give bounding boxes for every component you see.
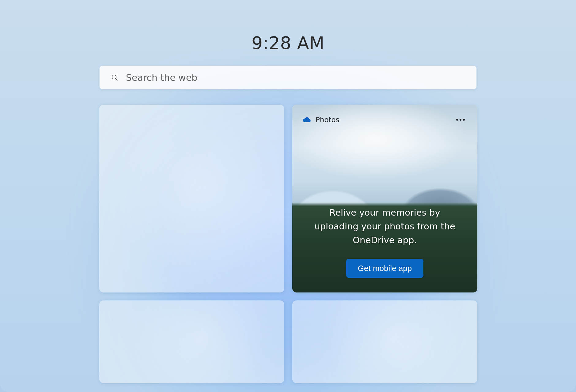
clock-time: 9:28 AM — [99, 33, 477, 53]
onedrive-icon — [303, 117, 311, 123]
svg-line-1 — [116, 79, 117, 80]
widget-placeholder[interactable] — [292, 300, 477, 383]
photos-widget-title: Photos — [316, 116, 339, 124]
photos-widget[interactable]: Photos Relive your memories by uploading… — [292, 105, 477, 292]
widget-placeholder[interactable] — [99, 105, 284, 292]
search-input[interactable]: Search the web — [99, 66, 477, 89]
widgets-grid: Photos Relive your memories by uploading… — [99, 105, 477, 392]
search-placeholder: Search the web — [126, 72, 197, 83]
get-mobile-app-button[interactable]: Get mobile app — [346, 259, 423, 278]
search-icon — [111, 74, 119, 81]
more-icon — [456, 119, 465, 121]
photos-widget-more-button[interactable] — [454, 113, 467, 126]
widget-placeholder[interactable] — [99, 300, 284, 383]
photos-widget-message: Relive your memories by uploading your p… — [309, 206, 460, 247]
search-container: Search the web — [99, 66, 477, 89]
